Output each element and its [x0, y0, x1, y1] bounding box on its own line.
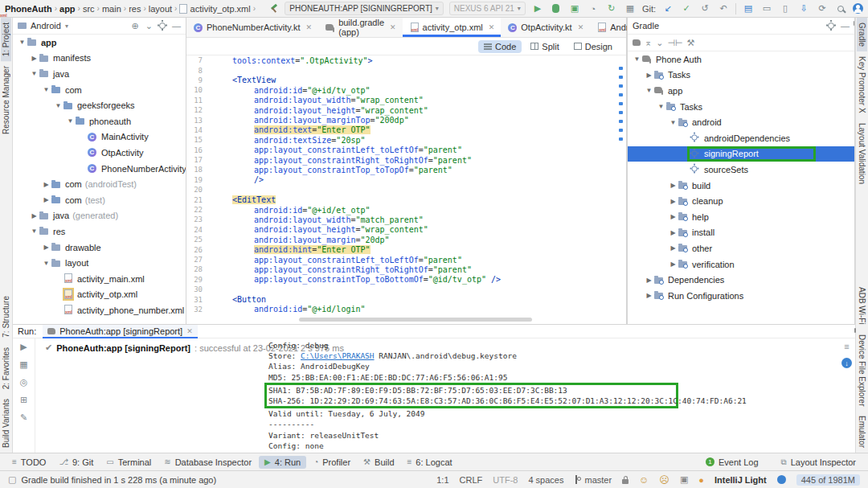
- locate-file-icon[interactable]: ⊕: [132, 21, 139, 31]
- breadcrumb-item[interactable]: main: [102, 4, 121, 14]
- wrench-icon[interactable]: ⚒: [687, 38, 695, 48]
- coverage-button[interactable]: ▣: [568, 2, 581, 15]
- view-mode-code[interactable]: Code: [478, 40, 522, 53]
- gradle-item-cleanup[interactable]: ▶cleanup: [628, 193, 854, 209]
- profile-avatar[interactable]: [853, 3, 863, 14]
- pin-icon[interactable]: ✎: [20, 412, 27, 423]
- rerun-button[interactable]: ▶: [20, 342, 27, 352]
- git-update-button[interactable]: ↙: [661, 2, 674, 15]
- editor-tab[interactable]: build.gradle (app)✕: [318, 18, 402, 37]
- collapse-all-icon[interactable]: ⌄: [656, 38, 663, 48]
- tool-window-button-database-inspector[interactable]: ≋Database Inspector: [158, 456, 257, 469]
- git-commit-button[interactable]: ✓: [680, 2, 693, 15]
- project-view-selector[interactable]: Android: [31, 21, 61, 31]
- gear-icon[interactable]: [159, 23, 166, 29]
- profiler-button[interactable]: ◔: [587, 2, 600, 15]
- tool-stripe-button[interactable]: Gradle: [857, 18, 867, 51]
- keystore-path-link[interactable]: C:\Users\PRAKASH: [301, 351, 375, 360]
- expand-tests-icon[interactable]: ⊞: [20, 395, 27, 405]
- memory-indicator[interactable]: 445 of 1981M: [796, 474, 860, 486]
- project-item-mainactivity[interactable]: MainActivity: [13, 129, 186, 146]
- gradle-item-help[interactable]: ▶help: [628, 209, 854, 225]
- warning-dot-icon[interactable]: ●: [698, 475, 704, 485]
- code-editor[interactable]: 7tools:context=".OtpActivity">89<TextVie…: [186, 55, 626, 324]
- gradle-item-run-configurations[interactable]: ▶Run Configurations: [628, 288, 854, 304]
- tool-window-button-layout-inspector[interactable]: ⧉Layout Inspector: [776, 456, 862, 469]
- gradle-item-phone-auth[interactable]: ▼Phone Auth: [628, 51, 854, 68]
- breadcrumb-item[interactable]: src: [83, 4, 95, 14]
- tool-stripe-button[interactable]: Emulator: [857, 411, 867, 453]
- gradle-item-verification[interactable]: ▶verification: [628, 256, 854, 273]
- tool-stripe-button[interactable]: Resource Manager: [1, 61, 11, 139]
- project-item-com[interactable]: ▶com(androidTest): [13, 176, 186, 192]
- project-item-com[interactable]: ▼com: [13, 82, 186, 98]
- close-icon[interactable]: ✕: [306, 23, 313, 31]
- tool-stripe-button[interactable]: Build Variants: [1, 394, 11, 453]
- run-button[interactable]: ▶: [531, 2, 544, 15]
- project-item-res[interactable]: ▼res: [13, 223, 186, 240]
- project-item-com[interactable]: ▶com(test): [13, 192, 186, 208]
- gradle-item-app[interactable]: ▼app: [628, 83, 854, 99]
- console-settings-icon[interactable]: ≡: [844, 342, 849, 351]
- gradle-item-android[interactable]: ▼android: [628, 114, 854, 130]
- project-item-activity-phone-number-xml[interactable]: activity_phone_number.xml: [13, 302, 186, 318]
- gradle-item-signingreport[interactable]: signingReport: [628, 146, 854, 162]
- lock-icon[interactable]: [622, 479, 628, 484]
- filter-icon[interactable]: ◎: [20, 377, 28, 388]
- tool-window-button-profiler[interactable]: ◔Profiler: [308, 456, 356, 469]
- debug-button[interactable]: [550, 2, 563, 15]
- feedback-sad-icon[interactable]: ☹: [659, 474, 669, 486]
- sdk-manager-button[interactable]: ⇩: [797, 2, 810, 15]
- gear-icon[interactable]: [828, 23, 834, 29]
- git-history-button[interactable]: ↺: [698, 2, 711, 15]
- tool-window-button-todo[interactable]: ≡TODO: [6, 456, 51, 469]
- project-item-java[interactable]: ▶java(generated): [13, 208, 186, 224]
- tool-window-button-6-logcat[interactable]: ≡6: Logcat: [402, 456, 458, 469]
- project-item-manifests[interactable]: ▶manifests: [13, 51, 186, 67]
- show-passed-icon[interactable]: ▦: [19, 359, 27, 370]
- gradle-item-install[interactable]: ▶install: [628, 225, 854, 241]
- tool-stripe-button[interactable]: 1: Project: [1, 18, 11, 61]
- hide-panel-icon[interactable]: —: [172, 21, 181, 31]
- tool-stripe-button[interactable]: Key Promoter X: [857, 51, 867, 118]
- git-rollback-button[interactable]: ↶: [717, 2, 730, 15]
- gradle-item-tasks[interactable]: ▶Tasks: [628, 68, 854, 84]
- project-item-java[interactable]: ▼java: [13, 66, 186, 82]
- hide-panel-icon[interactable]: —: [841, 21, 850, 31]
- git-branch-widget[interactable]: master: [574, 475, 612, 485]
- breadcrumb-item[interactable]: res: [129, 4, 141, 14]
- terminal-toolbar-button[interactable]: ▭: [760, 2, 773, 15]
- editor-area[interactable]: PhoneNumberActivity.kt✕build.gradle (app…: [186, 18, 627, 324]
- close-icon[interactable]: ✕: [390, 23, 396, 31]
- device-select[interactable]: NEXUS 6 API 21 ▾: [449, 2, 526, 15]
- scroll-to-end-icon[interactable]: ↓: [841, 358, 852, 368]
- tool-window-button-9-git[interactable]: ⎇9: Git: [53, 456, 99, 469]
- close-icon[interactable]: ✕: [489, 23, 495, 31]
- feedback-happy-icon[interactable]: ☺: [639, 474, 649, 486]
- project-item-otpactivity[interactable]: OtpActivity: [13, 145, 186, 161]
- editor-tab[interactable]: activity_otp.xml✕: [403, 18, 502, 37]
- build-hammer-icon[interactable]: [269, 4, 279, 14]
- tool-window-button-terminal[interactable]: ▭Terminal: [100, 456, 157, 469]
- avd-manager-button[interactable]: ▯: [779, 2, 792, 15]
- breadcrumb-item[interactable]: activity_otp.xml: [179, 4, 250, 14]
- horizontal-scrollbar[interactable]: [299, 318, 532, 322]
- project-item-activity-main-xml[interactable]: activity_main.xml: [13, 271, 186, 287]
- project-item-phonenumberactivity[interactable]: PhoneNumberActivity: [13, 161, 186, 177]
- tool-window-button-event-log[interactable]: 1Event Log: [700, 456, 764, 469]
- tool-stripe-button[interactable]: Device File Explorer: [857, 330, 867, 411]
- tool-stripe-button[interactable]: 7: Structure: [1, 291, 11, 342]
- project-item-geeksforgeeks[interactable]: ▼geeksforgeeks: [13, 97, 186, 113]
- device-manager-button[interactable]: ▤: [742, 2, 755, 15]
- gradle-refresh-icon[interactable]: [633, 39, 641, 46]
- tool-stripe-button[interactable]: ADB Wi-Fi: [857, 282, 867, 330]
- tool-stripe-button[interactable]: Layout Validation: [857, 118, 867, 189]
- gradle-item-sourcesets[interactable]: sourceSets: [628, 162, 854, 178]
- sync-gradle-button[interactable]: ⟳: [816, 2, 829, 15]
- apply-changes-button[interactable]: ↻: [605, 2, 618, 15]
- project-item-phoneauth[interactable]: ▼phoneauth: [13, 113, 186, 129]
- gradle-item-dependencies[interactable]: ▶Dependencies: [628, 272, 854, 288]
- expand-all-icon[interactable]: ⌅: [645, 38, 652, 48]
- file-encoding[interactable]: UTF-8: [493, 475, 518, 485]
- view-mode-split[interactable]: Split: [525, 40, 564, 53]
